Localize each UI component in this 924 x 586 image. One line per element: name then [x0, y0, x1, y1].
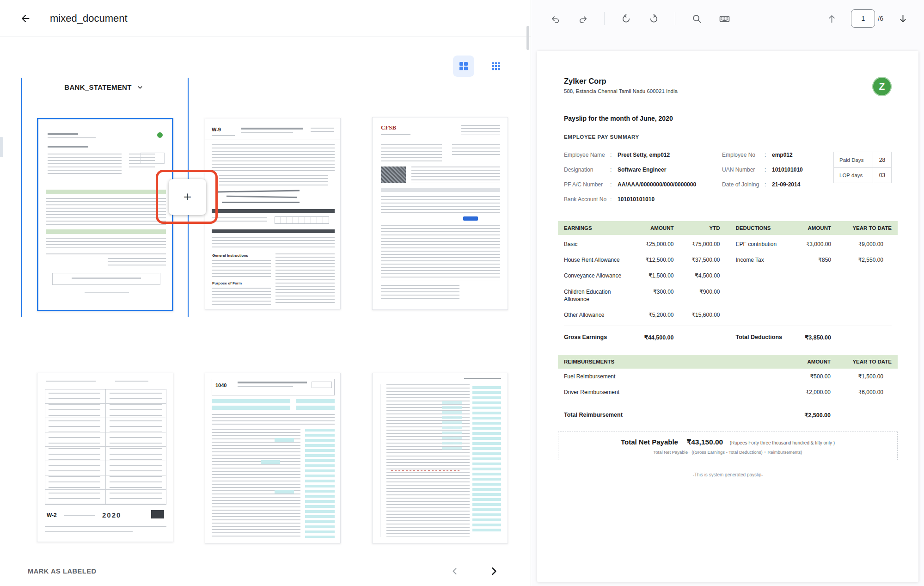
group-boundary-left — [21, 78, 22, 317]
tax-form-thumbnail-art — [373, 373, 508, 543]
plus-icon: + — [184, 189, 192, 205]
rotate-left-icon — [621, 13, 631, 24]
logo-letter: Z — [879, 81, 885, 92]
keyboard-shortcuts-button[interactable] — [714, 8, 734, 29]
totals-row: Gross Earnings ₹44,500.00 Total Deductio… — [564, 326, 892, 343]
page-number-input[interactable] — [851, 9, 875, 28]
search-button[interactable] — [686, 8, 707, 29]
undo-icon — [550, 13, 561, 24]
field-row: Bank Account No: 101010101010 — [564, 196, 722, 204]
panel-edge-handle[interactable] — [0, 137, 3, 157]
page-down-button[interactable] — [893, 8, 913, 29]
thumbnail-w9-form[interactable]: W-9 General Instructions Purpos — [205, 118, 341, 309]
rotate-right-icon — [649, 13, 659, 24]
grid-view-small-button[interactable] — [485, 56, 507, 77]
thumbnail-w2-form[interactable]: W-2 2020 — [37, 373, 173, 542]
payslip-footer-note: -This is system generated payslip- — [564, 472, 892, 477]
document-title: mixed_document — [50, 12, 128, 25]
page-up-button[interactable] — [821, 8, 842, 29]
earnings-row: Conveyance Allowance ₹1,500.00 ₹4,500.00 — [564, 268, 720, 284]
grid-large-icon — [459, 62, 468, 71]
rotate-right-button[interactable] — [643, 8, 664, 29]
deductions-row: EPF contribution ₹3,000.00 ₹9,000.00 — [736, 236, 892, 252]
net-payable-words: (Rupees Forty three thousand hundred & f… — [730, 440, 835, 445]
toolbar-separator — [604, 12, 605, 25]
document-type-dropdown[interactable]: BANK_STATEMENT — [27, 83, 181, 91]
left-footer: MARK AS LABELED — [0, 556, 531, 586]
company-name: Zylker Corp — [564, 77, 678, 86]
net-payable-value: ₹43,150.00 — [686, 438, 723, 446]
attendance-row: LOP days 03 — [834, 167, 891, 183]
w2-label: W-2 — [47, 512, 57, 518]
payslip-header: Zylker Corp 588, Estancia Chennai Tamil … — [564, 77, 892, 96]
purpose-of-form-label: Purpose of Form — [212, 281, 242, 285]
previous-group-button[interactable] — [446, 562, 464, 580]
arrow-left-icon — [20, 13, 31, 24]
keyboard-icon — [719, 13, 730, 25]
field-row: Date of Joining: 21-09-2014 — [722, 181, 817, 190]
arrow-down-icon — [898, 13, 908, 24]
w9-label: W-9 — [212, 127, 221, 132]
left-header: mixed_document — [0, 0, 531, 37]
net-payable-label: Total Net Payable — [621, 438, 678, 446]
app-root: mixed_document BANK_STATEMENT — [0, 0, 924, 586]
net-payable-formula: Total Net Payable= ((Gross Earnings - To… — [567, 450, 889, 455]
document-preview-page: Zylker Corp 588, Estancia Chennai Tamil … — [537, 51, 918, 582]
employee-fields: Employee Name: Preet Setty, emp012 Desig… — [564, 152, 892, 211]
general-instructions-label: General Instructions — [212, 253, 248, 258]
mark-as-labeled-button[interactable]: MARK AS LABELED — [18, 563, 106, 580]
reimbursements-table: REIMBURSEMENTS AMOUNT YEAR TO DATE Fuel … — [564, 355, 892, 419]
group-pager — [446, 562, 512, 580]
net-payable-box: Total Net Payable ₹43,150.00 (Rupees For… — [558, 432, 898, 460]
earnings-row: Children Education Allowance ₹300.00 ₹90… — [564, 284, 720, 307]
arrow-up-icon — [826, 13, 837, 24]
attendance-box: Paid Days 28 LOP days 03 — [833, 152, 892, 183]
payslip-title: Payslip for the month of June, 2020 — [564, 115, 892, 122]
add-page-button[interactable]: + — [169, 179, 206, 215]
chevron-down-icon — [136, 84, 144, 91]
earnings-row: Basic ₹25,000.00 ₹75,000.00 — [564, 236, 720, 252]
cfsb-logo-text: CFSB — [381, 124, 396, 131]
thumbnail-tax-form-page2[interactable] — [372, 373, 508, 543]
search-icon — [691, 13, 702, 24]
field-row: Designation: Software Engineer — [564, 167, 722, 175]
payslip-thumbnail-art — [38, 119, 172, 310]
redo-button[interactable] — [573, 8, 593, 29]
w2-thumbnail-art: W-2 2020 — [37, 373, 173, 542]
field-row: Employee Name: Preet Setty, emp012 — [564, 152, 722, 160]
toolbar-separator — [675, 12, 675, 25]
w9-thumbnail-art: W-9 General Instructions Purpos — [205, 118, 340, 309]
deductions-row: Income Tax ₹850 ₹2,550.00 — [736, 252, 892, 268]
grid-view-large-button[interactable] — [453, 56, 474, 77]
grid-small-icon — [492, 62, 500, 70]
rotate-left-button[interactable] — [616, 8, 636, 29]
back-button[interactable] — [16, 9, 35, 28]
thumbnail-payslip[interactable] — [37, 118, 173, 311]
reimbursements-header-row: REIMBURSEMENTS AMOUNT YEAR TO DATE — [558, 355, 898, 369]
w2-year-label: 2020 — [102, 511, 121, 519]
field-row: Employee No: emp012 — [722, 152, 817, 160]
field-row: PF A/C Number: AA/AAA/0000000/000/000000… — [564, 181, 722, 190]
page-total: /6 — [878, 15, 883, 22]
thumbnail-1040-form[interactable]: 1040 — [205, 373, 341, 543]
thumbnail-cfsb-statement[interactable]: CFSB — [372, 117, 508, 310]
undo-button[interactable] — [545, 8, 565, 29]
earnings-row: Other Allowance ₹5,200.00 ₹15,600.00 — [564, 307, 720, 323]
company-logo: Z — [872, 77, 892, 96]
field-row: UAN Number: 1010101010 — [722, 167, 817, 175]
redo-icon — [578, 13, 588, 24]
form-1040-thumbnail-art: 1040 — [205, 373, 340, 543]
attendance-row: Paid Days 28 — [834, 152, 891, 167]
view-toggles — [453, 56, 507, 77]
company-address: 588, Estancia Chennai Tamil Nadu 600021 … — [564, 88, 678, 94]
total-reimbursement-row: Total Reimbursement ₹2,500.00 — [564, 404, 892, 419]
form-1040-label: 1040 — [215, 382, 226, 388]
preview-toolbar: /6 — [531, 0, 924, 37]
left-panel-scrollbar[interactable] — [526, 26, 529, 50]
document-type-label: BANK_STATEMENT — [64, 83, 131, 91]
chevron-left-icon — [449, 566, 460, 577]
page-navigation: /6 — [821, 8, 924, 29]
document-preview-panel: /6 Zylker Corp 588, Estancia Chennai Tam… — [531, 0, 924, 586]
earnings-row: House Rent Allowance ₹12,500.00 ₹37,500.… — [564, 252, 720, 268]
next-group-button[interactable] — [484, 562, 503, 580]
